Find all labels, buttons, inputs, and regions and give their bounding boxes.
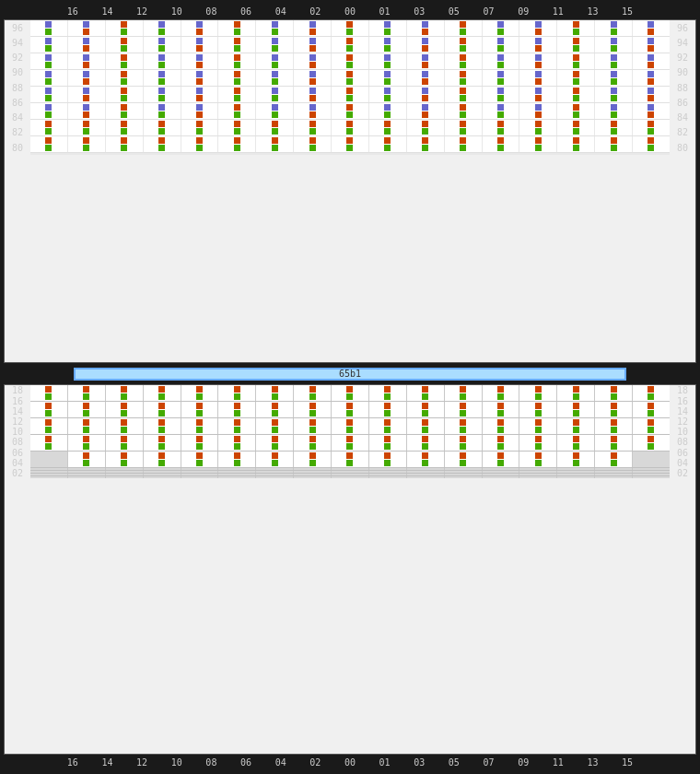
dot [611, 452, 617, 459]
dot [384, 386, 391, 393]
dot [573, 419, 579, 426]
dot [573, 460, 579, 466]
dot [309, 443, 316, 450]
dot [648, 104, 654, 111]
dot [45, 62, 52, 68]
grid-cell [106, 153, 144, 155]
dot [234, 436, 240, 442]
grid-cell [218, 452, 256, 467]
dot [648, 393, 654, 400]
dot [497, 21, 504, 28]
row-label: 80 [670, 140, 695, 155]
grid-cell [519, 476, 557, 478]
grid-cell [218, 70, 256, 86]
dot [234, 410, 240, 416]
dot [272, 128, 278, 135]
grid-cell [332, 452, 369, 467]
dot [497, 95, 504, 101]
dot [611, 54, 617, 61]
dot [422, 104, 428, 111]
grid-cell [407, 103, 445, 119]
grid-cell [144, 103, 181, 119]
col-label: 08 [194, 757, 229, 768]
dot [611, 145, 617, 151]
grid-cell [144, 471, 181, 473]
dot [121, 121, 127, 127]
grid-cell [633, 20, 670, 36]
dot [346, 145, 353, 151]
dot [422, 29, 428, 35]
dot [121, 427, 127, 433]
dot [158, 452, 165, 459]
dot [83, 62, 89, 68]
grid-cell [106, 136, 144, 152]
grid-cell [633, 476, 670, 478]
row-label: 90 [670, 65, 695, 80]
dot [497, 54, 504, 61]
dot [611, 128, 617, 135]
dot [648, 88, 654, 94]
grid-cell [483, 474, 520, 475]
dot [121, 410, 127, 416]
grid-cell [144, 435, 181, 451]
dot [158, 121, 165, 127]
dot [384, 45, 391, 52]
dot [611, 95, 617, 101]
dot [497, 393, 504, 400]
dot [196, 436, 203, 442]
dot [45, 145, 52, 151]
dot [196, 410, 203, 416]
dot [158, 71, 165, 77]
dot [45, 111, 52, 118]
dot [121, 137, 127, 144]
grid-cell [595, 37, 633, 53]
grid-cell [595, 153, 633, 155]
grid-cell [519, 53, 557, 69]
dot [460, 121, 466, 127]
row-label: 86 [5, 95, 30, 110]
row-label: 14 [670, 406, 695, 416]
grid-cell [519, 474, 557, 475]
dot [234, 38, 240, 44]
row-label: 80 [5, 140, 30, 155]
dot [422, 21, 428, 28]
grid-cell [407, 418, 445, 434]
dot [535, 460, 542, 466]
dot [309, 419, 316, 426]
dot [309, 460, 316, 466]
grid-cell [144, 474, 181, 475]
grid-cell [294, 468, 332, 470]
grid-cell [633, 418, 670, 434]
dot [346, 443, 353, 450]
dot [497, 145, 504, 151]
dot [384, 393, 391, 400]
grid-cell [445, 37, 483, 53]
dot [648, 45, 654, 52]
dot [648, 443, 654, 450]
dot [573, 95, 579, 101]
dot [497, 38, 504, 44]
row-label: 12 [5, 416, 30, 427]
grid-cell [483, 476, 520, 478]
dot [535, 111, 542, 118]
row-label: 08 [5, 437, 30, 447]
grid-cell [557, 20, 595, 36]
col-label: 05 [437, 6, 472, 17]
dot [309, 386, 316, 393]
dot [45, 137, 52, 144]
grid-cell [30, 435, 68, 451]
dot [272, 45, 278, 52]
dot [196, 128, 203, 135]
grid-cell [445, 103, 483, 119]
dot [648, 38, 654, 44]
grid-cell [68, 402, 106, 417]
dot [196, 145, 203, 151]
dot [535, 443, 542, 450]
dot [121, 386, 127, 393]
dot [573, 54, 579, 61]
grid-cell [181, 435, 219, 451]
grid-cell [407, 385, 445, 401]
dot [535, 410, 542, 416]
grid-row [30, 87, 670, 103]
dot [45, 121, 52, 127]
